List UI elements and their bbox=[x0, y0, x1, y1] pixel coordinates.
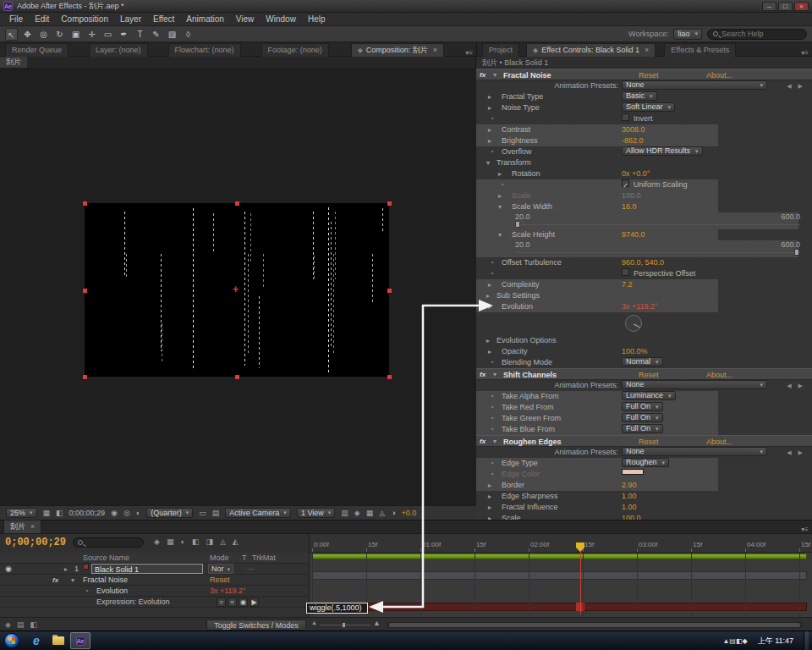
effect-row-fractal-noise[interactable]: fx ▾ Fractal Noise Reset bbox=[0, 575, 309, 586]
property-name[interactable]: Evolution bbox=[96, 586, 128, 597]
layer-mode-dropdown[interactable]: Nor▾ bbox=[208, 564, 233, 574]
fx-icon[interactable]: fx bbox=[480, 69, 486, 81]
panel-menu-icon[interactable]: ▾≡ bbox=[465, 49, 473, 57]
scrollbar-thumb[interactable] bbox=[389, 623, 800, 627]
selection-handle[interactable] bbox=[387, 201, 392, 206]
value-scale-height[interactable]: 9740.0 bbox=[622, 229, 645, 240]
close-icon[interactable]: × bbox=[30, 521, 35, 533]
evolution-value[interactable]: 3x +119.2° bbox=[210, 586, 246, 597]
property-uniform-scaling[interactable]: ◔✓Uniform Scaling bbox=[476, 179, 812, 190]
scale-width-slider[interactable]: 20.0600.0 bbox=[476, 212, 812, 229]
twirl-icon[interactable]: ▸ bbox=[64, 564, 68, 575]
zoom-thumb[interactable] bbox=[342, 622, 346, 628]
left-tab-composition[interactable]: ◈Composition: 刮片× bbox=[351, 43, 444, 57]
view-layout-dropdown[interactable]: 1 View▾ bbox=[297, 508, 335, 518]
clock[interactable]: 上午 11:47 bbox=[753, 636, 798, 647]
hide-shy-layers-icon[interactable]: ◧ bbox=[192, 537, 200, 546]
camera-dropdown[interactable]: Active Camera▾ bbox=[225, 508, 291, 518]
stopwatch-icon[interactable]: ◔ bbox=[490, 357, 494, 368]
selection-tool[interactable]: ↖ bbox=[5, 28, 18, 41]
twirl-icon[interactable]: ▸ bbox=[488, 502, 491, 513]
mask-shape-tool[interactable]: ▭ bbox=[102, 28, 114, 41]
panel-menu-icon[interactable]: ▾≡ bbox=[801, 49, 809, 57]
toggle-switches-modes-button[interactable]: Toggle Switches / Modes bbox=[206, 620, 306, 631]
time-ruler[interactable]: 0:00f15f01:00f15f02:00f15f03:00f15f04:00… bbox=[309, 534, 812, 553]
current-time-field[interactable]: 0;00;00;29 bbox=[5, 537, 66, 548]
expand-layer-switches-icon[interactable]: ◈ bbox=[5, 620, 11, 629]
selection-handle[interactable] bbox=[83, 289, 87, 293]
timeline-search-input[interactable] bbox=[73, 537, 144, 548]
eraser-tool[interactable]: ◊ bbox=[182, 28, 195, 41]
menu-help[interactable]: Help bbox=[302, 13, 332, 25]
workspace-dropdown[interactable]: liao ▾ bbox=[673, 29, 702, 40]
mask-visibility-icon[interactable]: ◧ bbox=[56, 509, 63, 517]
comp-flowchart-icon[interactable]: ◬ bbox=[379, 509, 385, 517]
property-contrast[interactable]: ▸Contrast3008.0 bbox=[476, 124, 812, 135]
composition-viewer[interactable]: + bbox=[0, 68, 476, 505]
menu-layer[interactable]: Layer bbox=[114, 13, 147, 25]
timeline-tab[interactable]: 刮片 × bbox=[3, 520, 41, 533]
close-icon[interactable]: × bbox=[433, 44, 437, 57]
exposure-value[interactable]: +0.0 bbox=[402, 509, 417, 517]
stopwatch-icon[interactable]: ◔ bbox=[500, 179, 504, 190]
effect-header-shift-channels[interactable]: fx▾Shift ChannelsResetAbout... bbox=[476, 368, 812, 380]
tray-network-icon[interactable]: ◆ bbox=[742, 637, 747, 645]
taskbar-after-effects[interactable]: Ae bbox=[70, 632, 91, 649]
color-swatch[interactable] bbox=[622, 469, 644, 475]
value-scale[interactable]: 100.0 bbox=[622, 513, 641, 520]
eye-icon[interactable]: ◉ bbox=[5, 564, 12, 575]
preset-nav-arrows[interactable]: ◀ ▶ bbox=[787, 80, 805, 91]
stopwatch-icon[interactable]: ◔ bbox=[85, 586, 89, 597]
show-desktop-button[interactable] bbox=[804, 631, 809, 650]
snapshot-icon[interactable]: ◉ bbox=[111, 509, 118, 517]
property-blending-mode[interactable]: ◔Blending ModeNormal▾ bbox=[476, 357, 812, 368]
anchor-point[interactable]: + bbox=[233, 284, 239, 295]
region-of-interest-icon[interactable]: ▭ bbox=[199, 509, 206, 517]
twirl-icon[interactable]: ▸ bbox=[488, 91, 491, 102]
column-t[interactable]: T bbox=[242, 553, 247, 564]
property-border[interactable]: ▸Border2.90 bbox=[476, 480, 812, 491]
column-trkmat[interactable]: TrkMat bbox=[252, 553, 276, 564]
stopwatch-icon[interactable]: ◔ bbox=[490, 113, 494, 124]
graph-editor-icon[interactable]: ◭ bbox=[233, 537, 239, 546]
property-scale-width[interactable]: ▾Scale Width16.0 bbox=[476, 201, 812, 212]
close-button[interactable]: × bbox=[794, 2, 809, 11]
zoom-tool[interactable]: ◎ bbox=[37, 28, 50, 41]
selection-handle[interactable] bbox=[83, 201, 87, 206]
scale-height-slider[interactable]: 20.0600.0 bbox=[476, 240, 812, 257]
layer-name[interactable]: Black Solid 1 bbox=[91, 564, 203, 574]
layer-color-swatch[interactable] bbox=[83, 564, 89, 570]
dropdown-overflow[interactable]: Allow HDR Results▾ bbox=[622, 146, 703, 156]
checkbox-invert[interactable] bbox=[622, 113, 629, 121]
stopwatch-icon[interactable]: ◔ bbox=[490, 424, 494, 435]
effect-header-fractal-noise[interactable]: fx▾Fractal NoiseResetAbout... bbox=[476, 69, 812, 80]
stopwatch-icon[interactable]: ◔ bbox=[490, 458, 494, 469]
twirl-icon[interactable]: ▸ bbox=[488, 135, 491, 146]
value-border[interactable]: 2.90 bbox=[622, 480, 637, 491]
menu-file[interactable]: File bbox=[3, 13, 29, 25]
twirl-icon[interactable]: ▸ bbox=[498, 190, 502, 201]
property-transform[interactable]: ▾Transform bbox=[476, 157, 812, 168]
menu-window[interactable]: Window bbox=[260, 13, 302, 25]
selection-handle[interactable] bbox=[235, 375, 239, 379]
about-button[interactable]: About... bbox=[706, 436, 732, 448]
close-icon[interactable]: × bbox=[645, 44, 649, 57]
property-edge-type[interactable]: ◔Edge TypeRoughen▾ bbox=[476, 458, 812, 469]
preset-nav-arrows[interactable]: ◀ ▶ bbox=[787, 380, 805, 391]
pen-tool[interactable]: ✒ bbox=[118, 28, 130, 41]
value-scale-width[interactable]: 16.0 bbox=[622, 201, 637, 212]
dropdown-edge-type[interactable]: Roughen▾ bbox=[622, 458, 669, 467]
expression-field[interactable]: wiggle(.5,1000) bbox=[306, 603, 368, 614]
property-complexity[interactable]: ▸Complexity7.2 bbox=[476, 279, 812, 290]
property-fractal-influence[interactable]: ▸Fractal Influence1.00 bbox=[476, 502, 812, 513]
show-channels-icon[interactable]: ◐ bbox=[136, 509, 140, 517]
twirl-icon[interactable]: ▸ bbox=[488, 346, 491, 357]
expression-row[interactable]: Expression: Evolution =≈◉▶ bbox=[0, 597, 309, 608]
value-offset-turbulence[interactable]: 960.0, 540.0 bbox=[622, 257, 664, 268]
property-perspective-offset[interactable]: ◔Perspective Offset bbox=[476, 268, 812, 279]
menu-animation[interactable]: Animation bbox=[180, 13, 229, 25]
show-snapshot-icon[interactable]: ◎ bbox=[123, 509, 130, 517]
twirl-icon[interactable]: ▸ bbox=[486, 335, 490, 346]
fast-preview-icon[interactable]: ◈ bbox=[354, 509, 360, 517]
checkbox-perspective-offset[interactable] bbox=[622, 268, 629, 276]
